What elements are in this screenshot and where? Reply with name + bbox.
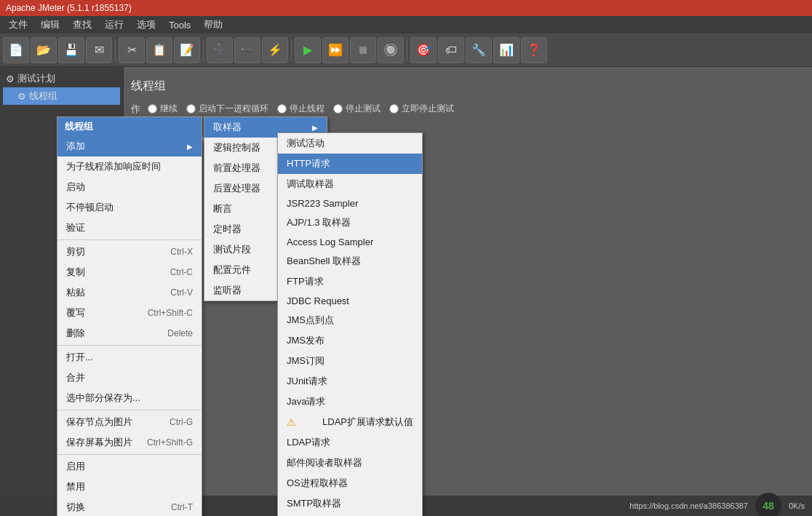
testplan-label: 测试计划 (17, 72, 55, 85)
ctx3-jms-point[interactable]: JMS点到点 (278, 310, 422, 330)
ctx3-jsr223[interactable]: JSR223 Sampler (278, 194, 422, 213)
speed-badge: 48 (755, 493, 781, 516)
menu-bar: 文件 编辑 查找 运行 选项 Tools 帮助 (0, 16, 812, 33)
threadgroup-label: 线程组 (29, 90, 57, 103)
menu-help[interactable]: 帮助 (198, 17, 228, 33)
ctx-item-cut[interactable]: 剪切 Ctrl-X (57, 242, 202, 262)
toolbar-stop[interactable]: ⏹ (350, 37, 376, 63)
toolbar-remote2[interactable]: 🏷 (438, 37, 464, 63)
toolbar-toggle[interactable]: ⚡ (262, 37, 288, 63)
toolbar-collapse[interactable]: ➖ (234, 37, 260, 63)
ctx-item-save-selected[interactable]: 选中部分保存为... (57, 388, 202, 408)
toolbar-save[interactable]: 💾 (58, 37, 84, 63)
toolbar-stop2[interactable]: 🔘 (378, 37, 404, 63)
toolbar-remote[interactable]: 🎯 (410, 37, 437, 63)
menu-tools[interactable]: Tools (163, 18, 196, 32)
ctx-item-enable[interactable]: 启用 (57, 456, 202, 477)
radio-continue[interactable]: 继续 (148, 103, 178, 115)
ctx-item-start-no-pause[interactable]: 不停顿启动 (57, 197, 202, 218)
ctx3-jdbc[interactable]: JDBC Request (278, 292, 422, 310)
ctx3-smtp[interactable]: SMTP取样器 (278, 493, 422, 514)
ctx-item-add[interactable]: 添加 ▶ (57, 136, 202, 156)
menu-find[interactable]: 查找 (67, 17, 97, 33)
toolbar-settings[interactable]: 🔧 (466, 37, 492, 63)
ctx-item-add-response-time[interactable]: 为子线程添加响应时间 (57, 156, 202, 177)
ctx3-jms-pub[interactable]: JMS发布 (278, 330, 422, 351)
rate-label: 0K/s (789, 501, 805, 510)
ctx3-http[interactable]: HTTP请求 (278, 154, 422, 174)
toolbar-new[interactable]: 📄 (3, 37, 29, 63)
ctx-item-merge[interactable]: 合并 (57, 368, 202, 388)
context-menu-3: 测试活动 HTTP请求 调试取样器 JSR223 Sampler AJP/1.3… (277, 132, 423, 516)
toolbar-copy[interactable]: 📋 (146, 37, 172, 63)
title-text: Apache JMeter (5.1.1 r1855137) (6, 3, 132, 13)
ctx3-os[interactable]: OS进程取样器 (278, 473, 422, 493)
ctx-item-copy[interactable]: 复制 Ctrl-C (57, 262, 202, 282)
ctx-sep1 (57, 239, 202, 240)
menu-edit[interactable]: 编辑 (35, 17, 65, 33)
toolbar: 📄 📂 💾 ✉ ✂ 📋 📝 ➕ ➖ ⚡ ▶ ⏩ ⏹ 🔘 🎯 🏷 🔧 📊 ❓ (0, 33, 812, 67)
main-area: ⚙ 测试计划 ⚙ 线程组 线程组 作 继续 启动下一进程循环 停止线程 (0, 67, 812, 516)
toolbar-cut[interactable]: ✂ (119, 37, 145, 63)
toolbar-log[interactable]: 📊 (493, 37, 520, 63)
ctx-item-paste[interactable]: 粘贴 Ctrl-V (57, 282, 202, 303)
radio-next-loop[interactable]: 启动下一进程循环 (186, 103, 268, 115)
toolbar-play[interactable]: ▶ (295, 37, 321, 63)
radio-stop-test[interactable]: 停止测试 (333, 103, 381, 115)
ctx-item-toggle[interactable]: 切换 Ctrl-T (57, 497, 202, 516)
toolbar-expand[interactable]: ➕ (207, 37, 233, 63)
ctx-menu-header: 线程组 (57, 117, 202, 136)
ctx-item-open[interactable]: 打开... (57, 347, 202, 368)
sampler-arrow: ▶ (312, 124, 318, 132)
menu-file[interactable]: 文件 (3, 17, 33, 33)
warning-icon: ⚠ (287, 416, 296, 428)
toolbar-paste[interactable]: 📝 (174, 37, 200, 63)
ctx-item-start[interactable]: 启动 (57, 177, 202, 197)
toolbar-sep2 (203, 39, 204, 61)
ctx-item-save-node-image[interactable]: 保存节点为图片 Ctrl-G (57, 412, 202, 432)
add-arrow: ▶ (187, 143, 193, 151)
toolbar-open[interactable]: 📂 (31, 37, 57, 63)
tree-root-testplan[interactable]: ⚙ 测试计划 (3, 70, 120, 87)
ctx3-test-action[interactable]: 测试活动 (278, 133, 422, 154)
menu-options[interactable]: 选项 (131, 17, 162, 33)
ctx3-debug[interactable]: 调试取样器 (278, 174, 422, 194)
action-label: 作 (131, 103, 140, 116)
radio-stop-now[interactable]: 立即停止测试 (389, 103, 454, 115)
context-menu-1: 线程组 添加 ▶ 为子线程添加响应时间 启动 不停顿启动 验证 剪切 Ctrl-… (57, 116, 202, 516)
status-url: https://blog.csdn.net/a386386387 (629, 501, 748, 510)
ctx-item-overwrite[interactable]: 覆写 Ctrl+Shift-C (57, 303, 202, 323)
threadgroup-icon: ⚙ (17, 91, 26, 102)
thread-group-header: 线程组 (131, 74, 805, 98)
toolbar-sep4 (407, 39, 407, 61)
toolbar-sep3 (291, 39, 292, 61)
ctx3-access-log[interactable]: Access Log Sampler (278, 233, 422, 251)
ctx3-ftp[interactable]: FTP请求 (278, 271, 422, 292)
tree-child-threadgroup[interactable]: ⚙ 线程组 (3, 87, 120, 105)
title-bar: Apache JMeter (5.1.1 r1855137) (0, 0, 812, 16)
testplan-icon: ⚙ (6, 74, 15, 84)
ctx-sep4 (57, 454, 202, 455)
menu-run[interactable]: 运行 (99, 17, 130, 33)
ctx-item-delete[interactable]: 删除 Delete (57, 323, 202, 344)
ctx3-mail[interactable]: 邮件阅读者取样器 (278, 453, 422, 473)
ctx-item-disable[interactable]: 禁用 (57, 477, 202, 497)
toolbar-play-check[interactable]: ⏩ (322, 37, 349, 63)
ctx-item-save-screen-image[interactable]: 保存屏幕为图片 Ctrl+Shift-G (57, 432, 202, 453)
ctx3-junit[interactable]: JUnit请求 (278, 371, 422, 392)
ctx-sep2 (57, 345, 202, 346)
ctx-item-validate[interactable]: 验证 (57, 218, 202, 238)
ctx3-ldap[interactable]: LDAP请求 (278, 432, 422, 453)
toolbar-help[interactable]: ❓ (521, 37, 547, 63)
ctx3-ldap-ext[interactable]: ⚠ LDAP扩展请求默认值 (278, 412, 422, 432)
ctx-sep3 (57, 410, 202, 410)
ctx3-ajp[interactable]: AJP/1.3 取样器 (278, 213, 422, 233)
ctx3-jms-sub[interactable]: JMS订阅 (278, 351, 422, 371)
toolbar-sep1 (115, 39, 116, 61)
ctx3-beanshell[interactable]: BeanShell 取样器 (278, 251, 422, 271)
toolbar-saveas[interactable]: ✉ (86, 37, 112, 63)
radio-stop-thread[interactable]: 停止线程 (277, 103, 325, 115)
ctx3-java[interactable]: Java请求 (278, 392, 422, 412)
